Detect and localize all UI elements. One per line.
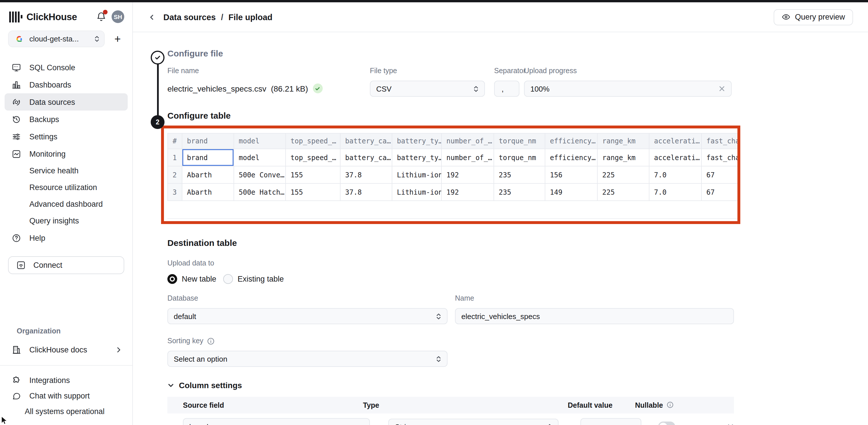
- back-button[interactable]: [147, 12, 157, 22]
- preview-column-header[interactable]: brand: [182, 133, 234, 149]
- preview-column-header[interactable]: range_km: [598, 133, 649, 149]
- preview-cell[interactable]: brand: [182, 149, 234, 166]
- preview-cell[interactable]: 156: [545, 166, 598, 184]
- sidebar-item-clickhouse-docs[interactable]: ClickHouse docs: [5, 341, 128, 358]
- upload-progress-input[interactable]: 100%: [524, 81, 732, 97]
- sidebar-item-settings[interactable]: Settings: [5, 128, 128, 145]
- radio-selected-icon[interactable]: [167, 274, 177, 284]
- breadcrumb-data-sources[interactable]: Data sources: [163, 12, 216, 22]
- sidebar-item-resource-utilization[interactable]: Resource utilization: [5, 179, 128, 196]
- preview-column-header[interactable]: battery_ty…: [392, 133, 442, 149]
- step-connector: [157, 58, 158, 122]
- sidebar-item-data-sources[interactable]: Data sources: [5, 93, 128, 111]
- preview-cell[interactable]: battery_ca…: [341, 149, 392, 166]
- preview-cell[interactable]: battery_ty…: [392, 149, 442, 166]
- preview-cell[interactable]: 155: [286, 166, 341, 184]
- table-name-input[interactable]: electric_vehicles_specs: [455, 308, 734, 324]
- column-settings-toggle[interactable]: Column settings: [167, 381, 868, 390]
- preview-cell[interactable]: 149: [545, 184, 598, 201]
- connect-button[interactable]: Connect: [8, 256, 124, 274]
- nullable-toggle[interactable]: [658, 422, 675, 425]
- preview-cell[interactable]: fast_cha: [702, 149, 740, 166]
- docs-label: ClickHouse docs: [29, 345, 87, 354]
- breadcrumb: Data sources / File upload: [163, 12, 272, 22]
- preview-cell[interactable]: Abarth: [182, 184, 234, 201]
- preview-cell[interactable]: torque_nm: [494, 149, 545, 166]
- preview-cell[interactable]: 7.0: [649, 184, 702, 201]
- sidebar-item-integrations[interactable]: Integrations: [0, 373, 132, 388]
- preview-cell[interactable]: 500e Conve…: [234, 166, 286, 184]
- default-value-input[interactable]: [580, 418, 642, 425]
- new-table-option[interactable]: New table: [167, 274, 216, 284]
- clear-upload-icon[interactable]: [718, 85, 725, 92]
- separator-value: ,: [502, 84, 504, 93]
- sidebar-item-chat-support[interactable]: Chat with support: [0, 388, 132, 404]
- notifications-bell-icon[interactable]: [96, 11, 106, 22]
- separator-input[interactable]: ,: [494, 81, 520, 97]
- preview-column-header[interactable]: efficiency…: [545, 133, 598, 149]
- preview-column-header[interactable]: fast_cha: [702, 133, 740, 149]
- existing-table-option[interactable]: Existing table: [223, 274, 284, 284]
- preview-cell[interactable]: 225: [598, 184, 649, 201]
- preview-cell[interactable]: Lithium-ion: [392, 166, 442, 184]
- preview-cell[interactable]: 192: [442, 166, 494, 184]
- preview-cell[interactable]: range_km: [598, 149, 649, 166]
- preview-cell[interactable]: 67: [702, 166, 740, 184]
- sidebar-item-advanced-dashboard[interactable]: Advanced dashboard: [5, 196, 128, 213]
- preview-cell[interactable]: 37.8: [341, 166, 392, 184]
- column-settings-table: Source field Type Default value Nullable…: [167, 397, 734, 425]
- chat-bubble-icon: [11, 391, 21, 401]
- gcp-cloud-icon: [14, 34, 24, 44]
- sidebar-item-system-status[interactable]: All systems operational: [0, 404, 132, 419]
- preview-cell[interactable]: 67: [702, 184, 740, 201]
- preview-column-header[interactable]: model: [234, 133, 286, 149]
- sidebar-item-help[interactable]: Help: [5, 229, 128, 247]
- preview-cell[interactable]: 155: [286, 184, 341, 201]
- preview-cell[interactable]: 225: [598, 166, 649, 184]
- sidebar-item-label: Data sources: [29, 97, 75, 106]
- service-name: cloud-get-sta...: [29, 34, 79, 43]
- add-service-button[interactable]: +: [111, 32, 124, 45]
- sidebar-item-monitoring[interactable]: Monitoring: [5, 145, 128, 162]
- radio-unselected-icon[interactable]: [223, 274, 233, 284]
- sidebar-item-service-health[interactable]: Service health: [5, 162, 128, 179]
- mouse-cursor: [1, 416, 8, 425]
- preview-cell[interactable]: 235: [494, 166, 545, 184]
- file-type-select[interactable]: CSV: [370, 81, 485, 97]
- file-type-label: File type: [370, 67, 485, 75]
- sidebar-item-sql-console[interactable]: SQL Console: [5, 59, 128, 76]
- query-preview-button[interactable]: Query preview: [774, 9, 853, 25]
- preview-cell[interactable]: accelerati…: [649, 149, 702, 166]
- sidebar-item-backups[interactable]: Backups: [5, 111, 128, 128]
- preview-cell[interactable]: top_speed_…: [286, 149, 341, 166]
- database-select[interactable]: default: [167, 308, 447, 324]
- preview-cell[interactable]: 235: [494, 184, 545, 201]
- chevron-updown-icon: [436, 355, 441, 363]
- preview-cell[interactable]: 500e Hatch…: [234, 184, 286, 201]
- service-selector[interactable]: cloud-get-sta...: [8, 30, 105, 47]
- preview-cell[interactable]: 37.8: [341, 184, 392, 201]
- preview-cell[interactable]: 7.0: [649, 166, 702, 184]
- sidebar-item-dashboards[interactable]: Dashboards: [5, 76, 128, 93]
- source-field-input[interactable]: [183, 418, 370, 425]
- sidebar-header: ClickHouse SH: [0, 2, 132, 23]
- preview-cell[interactable]: 192: [442, 184, 494, 201]
- nullable-header: Nullable: [635, 401, 663, 409]
- preview-column-header[interactable]: torque_nm: [494, 133, 545, 149]
- sorting-key-select[interactable]: Select an option: [167, 351, 447, 367]
- sidebar-item-query-insights[interactable]: Query insights: [5, 213, 128, 229]
- preview-column-header[interactable]: accelerati…: [649, 133, 702, 149]
- type-select[interactable]: String: [389, 419, 559, 425]
- preview-cell[interactable]: efficiency…: [545, 149, 598, 166]
- type-value: String: [395, 422, 414, 425]
- preview-cell[interactable]: Lithium-ion: [392, 184, 442, 201]
- preview-cell[interactable]: model: [234, 149, 286, 166]
- name-label: Name: [455, 294, 734, 302]
- preview-column-header[interactable]: number_of_…: [442, 133, 494, 149]
- preview-cell[interactable]: number_of_…: [442, 149, 494, 166]
- remove-column-icon[interactable]: [727, 423, 734, 425]
- preview-column-header[interactable]: top_speed_…: [286, 133, 341, 149]
- avatar[interactable]: SH: [112, 10, 124, 23]
- preview-column-header[interactable]: battery_ca…: [341, 133, 392, 149]
- preview-cell[interactable]: Abarth: [182, 166, 234, 184]
